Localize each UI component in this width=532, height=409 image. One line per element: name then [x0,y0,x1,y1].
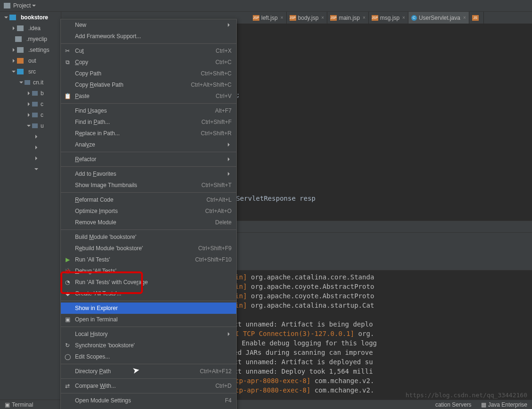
menu-item-run-all-tests[interactable]: ▶Run 'All Tests'Ctrl+Shift+F10 [61,254,236,265]
menu-item-compare-with[interactable]: ⇄Compare With...Ctrl+D [61,380,236,392]
menu-item-shortcut: Ctrl+Shift+R [201,130,232,137]
menu-item-remove-module[interactable]: Remove ModuleDelete [61,217,236,228]
tab-msg-jsp[interactable]: JSPmsg.jsp× [369,12,408,24]
tree-root[interactable]: bookstore [0,12,61,23]
expand-icon [13,26,17,30]
module-icon [9,15,16,20]
menu-item-label: Refactor [75,156,96,163]
menu-item-open-module-settings[interactable]: Open Module SettingsF4 [61,395,236,406]
menu-item-shortcut: Ctrl+D [216,383,232,389]
tab-userservlet[interactable]: CUserServlet.java× [408,12,469,24]
menu-item-add-to-favorites[interactable]: Add to Favorites [61,168,236,180]
menu-item-cut[interactable]: ✂CutCtrl+X [61,45,236,57]
jsp-icon: JSP [253,15,259,21]
close-icon[interactable]: × [321,15,324,20]
tree-item[interactable]: out [0,55,61,66]
menu-item-debug-all-tests[interactable]: 🐞Debug 'All Tests' [61,265,236,277]
menu-item-label: Build Module 'bookstore' [75,234,136,240]
menu-item-build-module-bookstore[interactable]: Build Module 'bookstore' [61,231,236,243]
submenu-(arrow-icon [228,172,232,176]
menu-item-local-history[interactable]: Local History [61,328,236,340]
menu-separator [61,103,236,104]
tree-item[interactable] [0,131,61,142]
menu-item-paste[interactable]: 📋PasteCtrl+V [61,90,236,102]
java-class-icon: C [411,15,417,21]
menu-item-refactor[interactable]: Refactor [61,154,236,165]
menu-item-shortcut: Alt+F7 [215,107,232,114]
tree-item[interactable]: .idea [0,23,61,33]
menu-item-label: Debug 'All Tests' [75,268,116,274]
tree-item[interactable] [0,164,61,174]
menu-item-show-image-thumbnails[interactable]: Show Image ThumbnailsCtrl+Shift+T [61,180,236,191]
terminal-icon: ▣ [64,316,71,323]
src-folder-icon [17,69,24,74]
menu-item-replace-in-path[interactable]: Replace in Path...Ctrl+Shift+R [61,128,236,139]
menu-item-add-framework-support[interactable]: Add Framework Support... [61,31,236,42]
menu-item-show-in-explorer[interactable]: Show in Explorer [61,303,236,314]
jsp-icon: JSP [290,15,296,21]
run-icon: ▶ [64,256,71,263]
close-icon[interactable]: × [463,15,466,20]
menu-item-open-in-terminal[interactable]: ▣Open in Terminal [61,314,236,325]
context-menu: NewAdd Framework Support...✂CutCtrl+X⧉Co… [60,19,237,409]
project-dropdown[interactable]: Project [0,0,41,11]
menu-item-analyze[interactable]: Analyze [61,139,236,150]
menu-separator [61,393,236,393]
menu-item-label: Directory Path [75,368,111,375]
tab-main-jsp[interactable]: JSPmain.jsp× [327,12,369,24]
expand-icon [28,91,32,95]
tree-item[interactable]: c [0,109,61,120]
submenu-(arrow-icon [228,23,232,27]
terminal-tool[interactable]: ▣Terminal [0,401,38,408]
menu-item-optimize-imports[interactable]: Optimize ImportsCtrl+Alt+O [61,205,236,217]
jsp-icon: JSP [372,15,378,21]
watermark: https://blog.csdn.net/qq_33442160 [406,392,527,399]
package-icon [25,80,30,85]
tree-item[interactable]: src [0,66,61,77]
tree-item[interactable]: c [0,98,61,109]
menu-item-copy[interactable]: ⧉CopyCtrl+C [61,57,236,68]
tree-item[interactable] [0,153,61,164]
menu-item-synchronize-bookstore[interactable]: ↻Synchronize 'bookstore' [61,340,236,351]
menu-item-run-all-tests-with-coverage[interactable]: ◔Run 'All Tests' with Coverage [61,277,236,288]
menu-item-find-in-path[interactable]: Find in Path...Ctrl+Shift+F [61,116,236,128]
java-ee-tool[interactable]: ▦Java Enterprise [476,401,532,408]
tab-overflow[interactable]: JS [469,12,484,24]
tab-body-jsp[interactable]: JSPbody.jsp× [287,12,328,24]
tab-left-jsp[interactable]: JSPleft.jsp× [250,12,287,24]
jsp-icon: JSP [330,15,337,21]
app-servers-tool[interactable]: cation Servers [431,401,476,408]
menu-item-shortcut: Ctrl+Alt+F12 [200,368,232,375]
tree-item[interactable]: .myeclip [0,33,61,44]
menu-item-label: Open in Terminal [75,316,118,323]
tree-item[interactable]: .settings [0,44,61,55]
folder-icon [17,47,24,53]
tree-item[interactable]: u [0,120,61,131]
menu-item-directory-path[interactable]: Directory PathCtrl+Alt+F12 [61,366,236,377]
menu-item-copy-path[interactable]: Copy PathCtrl+Shift+C [61,68,236,79]
tree-item[interactable]: b [0,88,61,98]
tree-item[interactable]: cn.it [0,77,61,88]
menu-item-shortcut: Ctrl+Shift+C [201,70,232,77]
menu-item-label: Remove Module [75,219,116,226]
menu-item-label: Run 'All Tests' [75,256,110,263]
close-icon[interactable]: × [281,15,283,20]
menu-item-reformat-code[interactable]: Reformat CodeCtrl+Alt+L [61,194,236,205]
jsp-icon: JS [472,15,479,21]
close-icon[interactable]: × [363,15,366,20]
close-icon[interactable]: × [402,15,405,20]
menu-item-label: Find Usages [75,107,107,114]
menu-item-rebuild-module-bookstore[interactable]: Rebuild Module 'bookstore'Ctrl+Shift+F9 [61,243,236,254]
menu-item-new[interactable]: New [61,19,236,31]
tree-item[interactable] [0,142,61,153]
expand-icon [27,125,31,129]
menu-item-edit-scopes[interactable]: ◯Edit Scopes... [61,351,236,362]
expand-icon [35,156,39,160]
menu-item-mark-directory-as[interactable]: Mark Directory as [61,406,236,409]
menu-item-copy-relative-path[interactable]: Copy Relative PathCtrl+Alt+Shift+C [61,79,236,90]
menu-item-shortcut: Ctrl+X [216,48,232,54]
scope-icon: ◯ [64,353,71,360]
menu-item-find-usages[interactable]: Find UsagesAlt+F7 [61,105,236,116]
menu-item-create-all-tests[interactable]: ◆Create 'All Tests'... [61,288,236,299]
menu-item-label: Reformat Code [75,196,113,203]
